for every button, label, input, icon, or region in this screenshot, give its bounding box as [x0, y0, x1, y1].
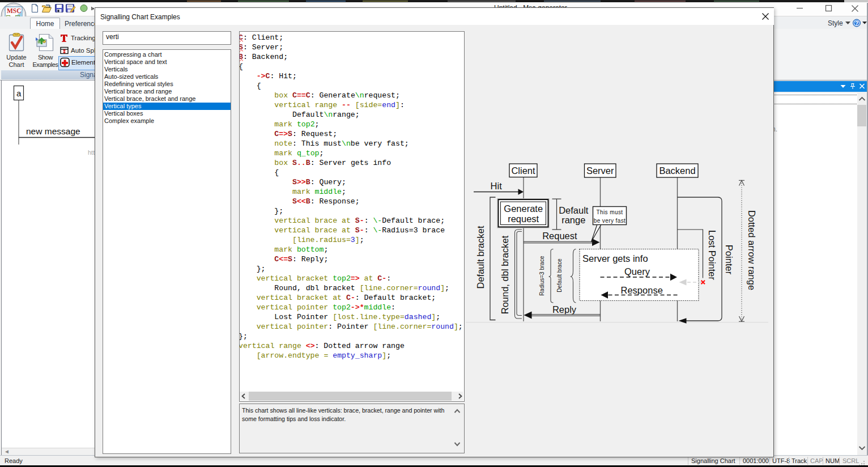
svg-text:request: request	[508, 214, 539, 224]
svg-text:Round, dbl bracket: Round, dbl bracket	[500, 235, 510, 314]
svg-text:Server gets info: Server gets info	[582, 253, 648, 264]
svg-text:Server: Server	[586, 165, 614, 176]
svg-text:Hit: Hit	[491, 181, 503, 191]
svg-text:a: a	[16, 88, 22, 98]
svg-text:Default: Default	[559, 205, 589, 215]
svg-text:Dotted arrow range: Dotted arrow range	[747, 210, 757, 290]
svg-text:Radius=3 brace: Radius=3 brace	[539, 256, 545, 296]
svg-text:Lost Pointer: Lost Pointer	[707, 230, 717, 281]
svg-text:Default bracket: Default bracket	[475, 226, 486, 288]
svg-text:?: ?	[855, 20, 858, 27]
svg-text:MSC: MSC	[7, 7, 22, 14]
svg-text:Query: Query	[624, 266, 650, 277]
svg-text:htt: htt	[88, 149, 95, 156]
svg-text:Response: Response	[621, 285, 663, 295]
svg-text:Generate: Generate	[504, 203, 543, 214]
svg-text:This must: This must	[597, 209, 623, 215]
svg-text:Client: Client	[511, 165, 535, 176]
svg-text:Reply: Reply	[552, 304, 577, 315]
svg-text:Backend: Backend	[659, 165, 695, 176]
svg-text:be very fast: be very fast	[594, 218, 626, 224]
svg-text:range: range	[561, 215, 585, 225]
svg-text:Pointer: Pointer	[724, 245, 734, 275]
svg-text:Request: Request	[542, 231, 577, 241]
svg-text:new message: new message	[26, 126, 80, 136]
svg-text:Default brace: Default brace	[556, 258, 563, 292]
